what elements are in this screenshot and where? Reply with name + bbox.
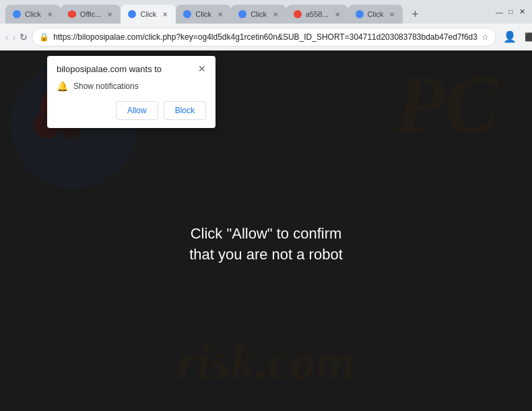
address-bar: ‹ › ↻ 🔒 https://biloposipalae.com/click.… xyxy=(0,24,532,51)
tab-5[interactable]: Click ✕ xyxy=(231,5,286,24)
toolbar-actions: 👤 ⬛ ⋮ xyxy=(500,28,532,46)
allow-button[interactable]: Allow xyxy=(116,101,158,120)
popup-title: biloposipalae.com wants to xyxy=(57,64,162,74)
popup-notification-text: Show notifications xyxy=(73,82,139,91)
popup-buttons: Allow Block xyxy=(57,101,206,120)
tab-6[interactable]: a558... ✕ xyxy=(286,5,348,24)
popup-notification-row: 🔔 Show notifications xyxy=(57,81,206,92)
tab-4-title: Click xyxy=(195,10,211,18)
tab-1[interactable]: Click ✕ xyxy=(5,5,61,24)
tab-7[interactable]: Click ✕ xyxy=(348,5,403,24)
forward-button[interactable]: › xyxy=(13,28,16,46)
back-button[interactable]: ‹ xyxy=(5,28,9,46)
tab-2-close[interactable]: ✕ xyxy=(104,9,115,20)
tab-3-title: Click xyxy=(140,10,156,18)
url-text: https://biloposipalae.com/click.php?key=… xyxy=(53,32,477,42)
tab-4[interactable]: Click ✕ xyxy=(176,5,231,24)
title-bar: Click ✕ Offic... ✕ Click ✕ xyxy=(0,0,532,24)
profile-button[interactable]: 👤 xyxy=(500,28,519,46)
block-button[interactable]: Block xyxy=(164,101,206,120)
watermark-risk-text: risk.com xyxy=(177,333,356,391)
tab-5-close[interactable]: ✕ xyxy=(270,9,281,20)
tab-1-favicon xyxy=(12,9,22,19)
close-button[interactable]: ✕ xyxy=(518,7,527,16)
page-content: PC risk.com Click "Allow" to confirm tha… xyxy=(0,51,532,411)
tab-1-close[interactable]: ✕ xyxy=(44,9,55,20)
main-message: Click "Allow" to confirm that you are no… xyxy=(189,224,343,265)
back-icon: ‹ xyxy=(5,32,9,42)
tab-6-favicon xyxy=(293,9,302,19)
tabs-container: Click ✕ Offic... ✕ Click ✕ xyxy=(5,0,490,24)
browser-window: Click ✕ Offic... ✕ Click ✕ xyxy=(0,0,532,411)
new-tab-button[interactable]: + xyxy=(405,5,424,24)
forward-icon: › xyxy=(13,32,16,42)
tab-3-favicon xyxy=(127,9,137,19)
window-controls: — □ ✕ xyxy=(495,7,527,16)
bell-icon: 🔔 xyxy=(57,81,68,92)
notification-popup: biloposipalae.com wants to ✕ 🔔 Show noti… xyxy=(47,56,215,128)
tab-7-title: Click xyxy=(368,10,384,18)
popup-close-button[interactable]: ✕ xyxy=(198,64,206,73)
tab-1-title: Click xyxy=(25,10,41,18)
refresh-icon: ↻ xyxy=(20,32,28,42)
extensions-button[interactable]: ⬛ xyxy=(521,28,532,46)
maximize-button[interactable]: □ xyxy=(506,7,515,16)
tab-3-close[interactable]: ✕ xyxy=(160,9,170,20)
tab-7-close[interactable]: ✕ xyxy=(387,9,397,20)
tab-2[interactable]: Offic... ✕ xyxy=(61,5,121,24)
minimize-button[interactable]: — xyxy=(495,7,504,16)
tab-5-title: Click xyxy=(251,10,267,18)
tab-2-title: Offic... xyxy=(80,10,102,18)
tab-6-title: a558... xyxy=(306,10,329,18)
refresh-button[interactable]: ↻ xyxy=(20,28,28,46)
tab-5-favicon xyxy=(238,9,247,19)
message-line-1: Click "Allow" to confirm xyxy=(189,224,343,245)
tab-3[interactable]: Click ✕ xyxy=(121,5,176,24)
url-bar[interactable]: 🔒 https://biloposipalae.com/click.php?ke… xyxy=(32,28,496,46)
tab-7-favicon xyxy=(355,9,364,19)
tab-2-favicon xyxy=(67,9,77,19)
tab-6-close[interactable]: ✕ xyxy=(332,9,343,20)
security-icon: 🔒 xyxy=(39,32,49,42)
message-line-2: that you are not a robot xyxy=(189,245,343,265)
tab-4-favicon xyxy=(182,9,192,19)
bookmark-icon[interactable]: ☆ xyxy=(481,32,489,42)
watermark-pc-text: PC xyxy=(395,64,498,145)
tab-4-close[interactable]: ✕ xyxy=(215,9,226,20)
popup-header: biloposipalae.com wants to ✕ xyxy=(57,64,206,74)
